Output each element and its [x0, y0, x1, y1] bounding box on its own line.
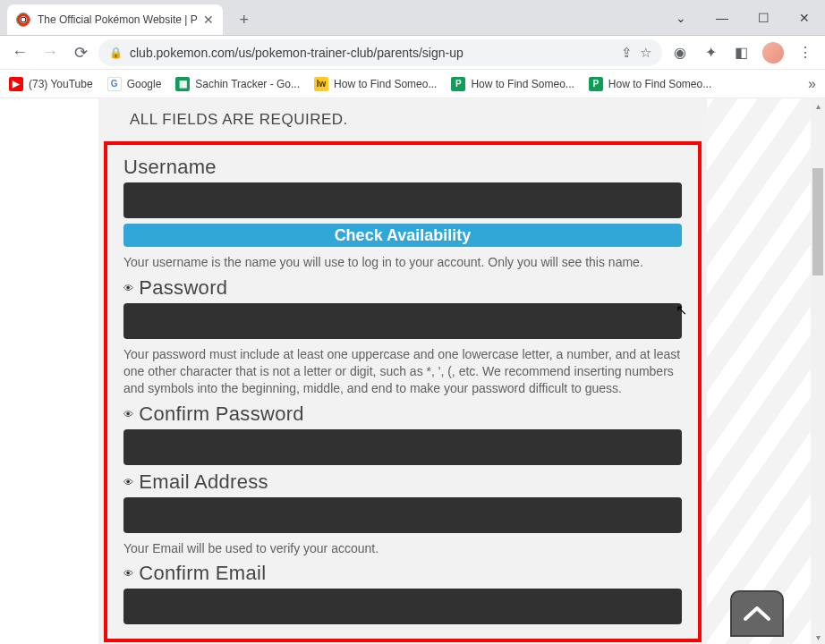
- close-window-button[interactable]: ✕: [784, 0, 825, 35]
- site-icon: P: [451, 77, 465, 91]
- form-heading: ALL FIELDS ARE REQUIRED.: [130, 111, 676, 129]
- site-icon: P: [589, 77, 603, 91]
- maximize-button[interactable]: ☐: [743, 0, 784, 35]
- username-help-text: Your username is the name you will use t…: [123, 254, 682, 271]
- bookmark-label: Sachin Tracker - Go...: [195, 78, 300, 90]
- eye-icon[interactable]: 👁: [123, 568, 133, 579]
- confirm-password-label: 👁 Confirm Password: [123, 402, 682, 426]
- bookmark-youtube[interactable]: ▶ (73) YouTube: [9, 77, 93, 91]
- email-input[interactable]: [123, 497, 682, 533]
- tab-title: The Official Pokémon Website | P: [38, 13, 198, 26]
- bookmark-lw[interactable]: lw How to Find Someo...: [314, 77, 437, 91]
- signup-form-panel: ALL FIELDS ARE REQUIRED. Username Check …: [98, 98, 707, 644]
- username-label: Username: [123, 156, 682, 179]
- bookmark-label: (73) YouTube: [29, 78, 93, 90]
- tab-search-icon[interactable]: ⌄: [660, 11, 702, 25]
- eye-icon[interactable]: 👁: [123, 409, 133, 419]
- username-input[interactable]: [123, 182, 682, 218]
- eye-icon[interactable]: 👁: [123, 477, 133, 487]
- password-label: 👁 Password: [123, 276, 682, 300]
- password-input[interactable]: [123, 303, 682, 339]
- profile-avatar[interactable]: [762, 42, 784, 64]
- bookmark-label: How to Find Someo...: [608, 78, 711, 90]
- sheets-icon: ▦: [175, 77, 190, 91]
- address-bar[interactable]: 🔒 club.pokemon.com/us/pokemon-trainer-cl…: [98, 39, 662, 66]
- email-label: 👁 Email Address: [123, 470, 682, 494]
- scrollbar-down-icon[interactable]: ▾: [811, 630, 825, 644]
- window-controls: ⌄ — ☐ ✕: [660, 0, 825, 35]
- check-availability-button[interactable]: Check Availability: [123, 224, 682, 247]
- lock-icon: 🔒: [109, 47, 123, 59]
- extensions-icon[interactable]: ✦: [698, 40, 723, 65]
- highlighted-form-section: Username Check Availability Your usernam…: [104, 141, 702, 642]
- bookmark-star-icon[interactable]: ☆: [640, 45, 651, 61]
- bookmark-sheets[interactable]: ▦ Sachin Tracker - Go...: [175, 77, 300, 91]
- forward-button[interactable]: →: [38, 40, 63, 65]
- chevron-up-icon: [742, 605, 772, 623]
- bookmarks-bar: ▶ (73) YouTube G Google ▦ Sachin Tracker…: [0, 70, 825, 98]
- close-tab-icon[interactable]: ✕: [203, 13, 214, 27]
- confirm-email-input[interactable]: [123, 589, 682, 624]
- bookmark-p2[interactable]: P How to Find Someo...: [589, 77, 711, 91]
- scrollbar-up-icon[interactable]: ▴: [811, 98, 825, 113]
- youtube-icon: ▶: [9, 77, 23, 91]
- bookmark-label: How to Find Someo...: [471, 78, 574, 90]
- url-text: club.pokemon.com/us/pokemon-trainer-club…: [130, 46, 614, 60]
- chrome-menu-icon[interactable]: ⋮: [793, 40, 818, 65]
- reload-button[interactable]: ⟳: [68, 40, 93, 65]
- password-help-text: Your password must include at least one …: [123, 346, 682, 397]
- page-viewport: ALL FIELDS ARE REQUIRED. Username Check …: [0, 98, 811, 644]
- pokeball-favicon: [16, 13, 30, 27]
- bookmark-google[interactable]: G Google: [107, 77, 162, 91]
- bookmark-p1[interactable]: P How to Find Someo...: [451, 77, 574, 91]
- google-icon: G: [107, 77, 122, 91]
- shield-extension-icon[interactable]: ◉: [668, 40, 693, 65]
- lw-icon: lw: [314, 77, 328, 91]
- confirm-password-input[interactable]: [123, 429, 682, 465]
- bookmark-label: How to Find Someo...: [334, 78, 437, 90]
- browser-toolbar: ← → ⟳ 🔒 club.pokemon.com/us/pokemon-trai…: [0, 36, 825, 70]
- back-to-top-button[interactable]: [730, 590, 784, 637]
- vertical-scrollbar[interactable]: ▴ ▾: [811, 98, 825, 644]
- bookmark-label: Google: [127, 78, 162, 90]
- confirm-email-label: 👁 Confirm Email: [123, 562, 682, 585]
- scrollbar-thumb[interactable]: [812, 168, 823, 275]
- browser-tab[interactable]: The Official Pokémon Website | P ✕: [7, 4, 223, 35]
- sidepanel-icon[interactable]: ◧: [728, 40, 753, 65]
- eye-icon[interactable]: 👁: [123, 283, 133, 293]
- background-stripes: [694, 98, 811, 644]
- bookmarks-overflow-icon[interactable]: »: [808, 76, 816, 92]
- new-tab-button[interactable]: +: [232, 7, 257, 32]
- minimize-button[interactable]: —: [702, 0, 743, 35]
- share-icon[interactable]: ⇪: [621, 45, 633, 61]
- email-help-text: Your Email will be used to verify your a…: [123, 540, 682, 557]
- tab-strip: The Official Pokémon Website | P ✕ + ⌄ —…: [0, 0, 825, 36]
- back-button[interactable]: ←: [7, 40, 32, 65]
